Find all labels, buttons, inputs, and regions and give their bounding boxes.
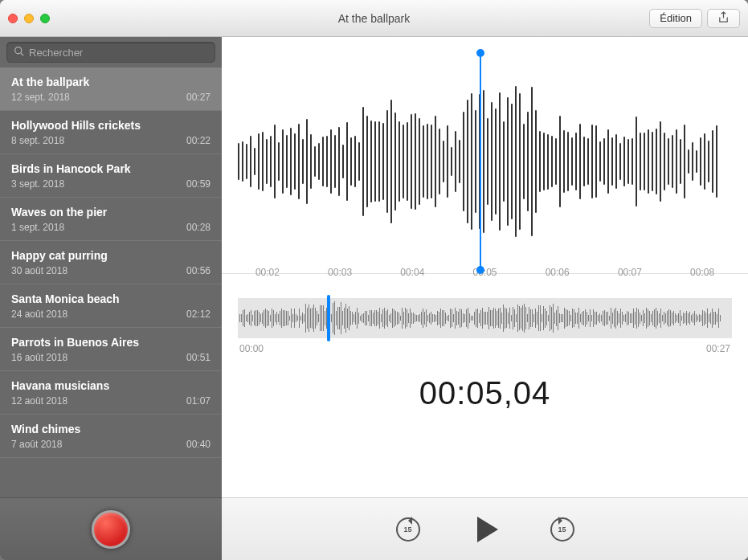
recording-date: 1 sept. 2018 xyxy=(11,222,64,233)
playback-controls: 15 15 xyxy=(222,497,748,560)
tick-label: 00:08 xyxy=(690,267,714,278)
search-input[interactable] xyxy=(29,47,208,59)
playhead-handle[interactable] xyxy=(480,53,481,270)
skip-back-icon: 15 xyxy=(403,525,411,533)
search-field[interactable] xyxy=(6,42,215,63)
recording-title: Havana musicians xyxy=(11,379,211,392)
tick-label: 00:06 xyxy=(546,267,570,278)
titlebar: At the ballpark Édition xyxy=(0,0,748,37)
recording-duration: 00:28 xyxy=(186,222,211,233)
recording-item[interactable]: Hollywood Hills crickets8 sept. 201800:2… xyxy=(0,111,222,154)
recording-duration: 01:07 xyxy=(186,395,211,407)
tick-label: 00:07 xyxy=(618,267,642,278)
recording-item[interactable]: Havana musicians12 août 201801:07 xyxy=(0,371,222,415)
recording-duration: 00:59 xyxy=(186,178,211,190)
current-time-display: 00:05,04 xyxy=(238,375,732,411)
recording-title: Wind chimes xyxy=(11,423,211,435)
play-icon xyxy=(477,517,498,542)
recording-date: 3 sept. 2018 xyxy=(11,178,64,190)
overview-start-time: 00:00 xyxy=(239,343,264,354)
zoom-window-button[interactable] xyxy=(40,14,50,23)
window-controls xyxy=(8,14,50,23)
recording-item[interactable]: Birds in Hancock Park3 sept. 201800:59 xyxy=(0,154,222,198)
recording-duration: 00:51 xyxy=(186,352,211,363)
recording-date: 16 août 2018 xyxy=(11,352,67,363)
recording-item[interactable]: Waves on the pier1 sept. 201800:28 xyxy=(0,198,222,241)
recording-date: 12 août 2018 xyxy=(11,395,67,407)
sidebar-footer xyxy=(0,497,222,560)
minimize-window-button[interactable] xyxy=(24,14,34,23)
main-pane: 00:0200:0300:0400:0500:0600:0700:08 00:0… xyxy=(222,37,748,560)
recording-item[interactable]: Santa Monica beach24 août 201802:12 xyxy=(0,284,222,328)
recording-title: Hollywood Hills crickets xyxy=(11,119,211,132)
overview-end-time: 00:27 xyxy=(706,343,730,354)
window-title: At the ballpark xyxy=(0,12,748,25)
close-window-button[interactable] xyxy=(8,14,18,23)
recording-item[interactable]: Wind chimes7 août 201800:40 xyxy=(0,415,222,458)
recording-date: 8 sept. 2018 xyxy=(11,135,64,146)
recording-item[interactable]: At the ballpark12 sept. 201800:27 xyxy=(0,67,222,111)
recording-item[interactable]: Happy cat purring30 août 201800:56 xyxy=(0,241,222,284)
recording-date: 12 sept. 2018 xyxy=(11,92,70,103)
edit-button[interactable]: Édition xyxy=(649,9,702,28)
recording-title: Happy cat purring xyxy=(11,249,211,262)
recording-title: Waves on the pier xyxy=(11,206,211,219)
tick-label: 00:04 xyxy=(400,267,424,278)
share-button[interactable] xyxy=(707,9,740,28)
app-window: At the ballpark Édition xyxy=(0,0,748,560)
sidebar: At the ballpark12 sept. 201800:27Hollywo… xyxy=(0,37,222,560)
share-icon xyxy=(717,11,730,26)
waveform-overview[interactable]: 00:00 00:27 00:05,04 xyxy=(222,274,748,419)
recording-title: At the ballpark xyxy=(11,76,211,88)
record-button[interactable] xyxy=(92,510,130,549)
recording-duration: 00:22 xyxy=(186,135,211,146)
search-icon xyxy=(14,45,24,59)
overview-playhead[interactable] xyxy=(327,295,330,341)
recording-item[interactable]: Parrots in Buenos Aires16 août 201800:51 xyxy=(0,328,222,371)
recording-date: 7 août 2018 xyxy=(11,439,62,450)
skip-forward-button[interactable]: 15 xyxy=(548,515,577,544)
recording-duration: 00:27 xyxy=(186,92,211,103)
waveform-detail[interactable]: 00:0200:0300:0400:0500:0600:0700:08 xyxy=(222,37,748,274)
recording-title: Santa Monica beach xyxy=(11,292,211,305)
recording-title: Parrots in Buenos Aires xyxy=(11,336,211,349)
recording-duration: 02:12 xyxy=(186,309,211,320)
time-ruler: 00:0200:0300:0400:0500:0600:0700:08 xyxy=(238,267,732,291)
recording-date: 24 août 2018 xyxy=(11,309,67,320)
tick-label: 00:02 xyxy=(255,267,280,278)
recording-date: 30 août 2018 xyxy=(11,265,67,276)
recording-title: Birds in Hancock Park xyxy=(11,162,211,175)
recording-duration: 00:56 xyxy=(186,265,211,276)
tick-label: 00:03 xyxy=(328,267,352,278)
play-button[interactable] xyxy=(471,515,500,544)
svg-point-0 xyxy=(15,47,22,54)
recordings-list: At the ballpark12 sept. 201800:27Hollywo… xyxy=(0,67,222,497)
skip-forward-icon: 15 xyxy=(558,525,566,533)
recording-duration: 00:40 xyxy=(186,439,211,450)
skip-back-button[interactable]: 15 xyxy=(394,515,423,544)
